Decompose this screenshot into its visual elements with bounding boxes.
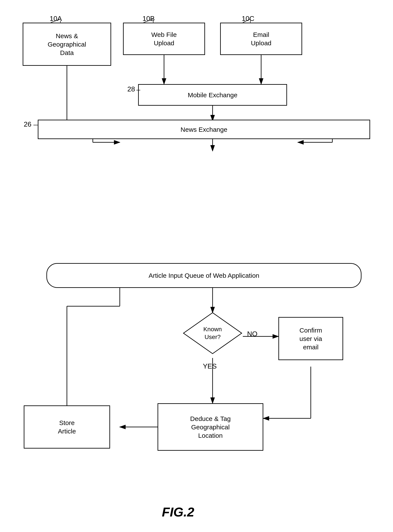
ref-28: 28 [127, 85, 135, 93]
confirm-user-box: Confirmuser viaemail [278, 317, 343, 360]
known-user-label: KnownUser? [203, 325, 222, 341]
deduce-tag-box: Deduce & TagGeographicalLocation [157, 403, 263, 451]
web-file-box: Web FileUpload [123, 23, 205, 55]
known-user-diamond: KnownUser? [182, 312, 243, 355]
store-article-box: StoreArticle [24, 405, 110, 449]
diagram: 10A 10B 10C 28 26 News &GeographicalData… [0, 0, 393, 532]
ref-10b: 10B [142, 15, 155, 23]
article-input-queue-box: Article Input Queue of Web Application [46, 263, 362, 288]
ref-10a: 10A [50, 15, 62, 23]
yes-label: YES [203, 362, 217, 370]
news-exchange-box: News Exchange [38, 120, 370, 139]
no-label: NO [247, 330, 257, 338]
ref-10c: 10C [242, 15, 255, 23]
email-upload-box: EmailUpload [220, 23, 302, 55]
mobile-exchange-box: Mobile Exchange [138, 84, 287, 106]
news-geo-box: News &GeographicalData [23, 23, 111, 66]
ref-26: 26 [24, 120, 31, 128]
figure-label: FIG.2 [162, 505, 194, 519]
